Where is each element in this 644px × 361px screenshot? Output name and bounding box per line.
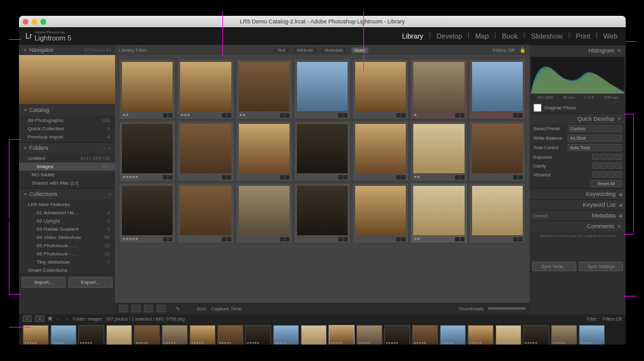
filter-none-tab[interactable]: None <box>351 47 368 53</box>
collection-row[interactable]: 04 Video Slideshow54 <box>19 233 115 242</box>
histogram-display[interactable] <box>531 57 624 94</box>
badge-icon[interactable] <box>163 175 167 180</box>
badge-icon[interactable] <box>401 237 406 242</box>
grid-cell[interactable] <box>469 121 526 181</box>
filter-metadata-tab[interactable]: Metadata <box>322 47 346 53</box>
loupe-view-button[interactable] <box>131 305 140 312</box>
sync-metadata-button[interactable]: Sync Meta… <box>532 262 576 271</box>
folder-row[interactable]: Images167 <box>19 162 115 171</box>
white-balance-select[interactable]: As Shot <box>568 135 622 142</box>
grid-cell[interactable] <box>469 59 526 119</box>
badge-icon[interactable] <box>338 175 343 180</box>
collection-row[interactable]: 01 Advanced He…4 <box>19 209 115 217</box>
module-web[interactable]: Web <box>602 31 619 41</box>
rating-stars[interactable]: ★★★★★ <box>122 236 138 242</box>
reset-all-button[interactable]: Reset All <box>590 180 622 187</box>
filmstrip-thumbnail[interactable]: ★★★★★ <box>162 325 188 345</box>
grid-cell[interactable] <box>469 183 526 243</box>
badge-icon[interactable] <box>396 175 401 180</box>
grid-cell[interactable] <box>177 183 234 243</box>
rating-stars[interactable]: ★★★★★ <box>122 174 138 180</box>
badge-icon[interactable] <box>285 175 289 180</box>
badge-icon[interactable] <box>396 237 401 242</box>
histogram-header[interactable]: Histogram ▼ <box>530 45 626 56</box>
filmstrip-thumbnail[interactable]: ★★★★★ <box>134 325 160 345</box>
folder-row[interactable]: Shared with Mac (Lr) <box>19 179 115 187</box>
exposure-inc-button[interactable] <box>607 154 614 160</box>
clarity-dec-button[interactable] <box>600 162 607 169</box>
navigator-header[interactable]: ▼ Navigator FIT FILL 1:1 3:1 <box>19 45 115 55</box>
grid-view-button[interactable] <box>119 305 128 312</box>
badge-icon[interactable] <box>338 113 343 118</box>
badge-icon[interactable] <box>513 175 518 180</box>
badge-icon[interactable] <box>168 175 173 180</box>
filmstrip-thumbnail[interactable]: ★★★★★ <box>23 325 49 345</box>
close-window-button[interactable] <box>23 19 28 25</box>
catalog-row[interactable]: All Photographs168 <box>19 116 115 125</box>
exposure-dec-button[interactable] <box>600 154 607 160</box>
collection-row[interactable]: 05 Photobook - …22 <box>19 242 115 250</box>
vibrance-dec2-button[interactable] <box>592 171 599 178</box>
collection-row[interactable]: 03 Radial Gradient3 <box>19 225 115 233</box>
badge-icon[interactable] <box>280 237 284 242</box>
badge-icon[interactable] <box>343 113 348 118</box>
grid-cell[interactable]: ★★★★★ <box>119 183 176 243</box>
grid-cell[interactable] <box>294 121 351 181</box>
collection-row[interactable]: Tiny slideshow7 <box>19 258 115 266</box>
module-library[interactable]: Library <box>400 31 425 41</box>
back-icon[interactable]: ← <box>56 317 61 321</box>
badge-icon[interactable] <box>163 113 167 118</box>
filmstrip-thumbnail[interactable]: ★★★★★ <box>579 325 605 345</box>
filter-lock-icon[interactable]: 🔒 <box>519 47 526 53</box>
badge-icon[interactable] <box>343 237 348 242</box>
grid-icon[interactable]: ▦ <box>48 316 52 321</box>
filmstrip-thumbnail[interactable]: ★★★★★ <box>190 325 216 345</box>
grid-cell[interactable] <box>352 121 409 181</box>
filmstrip-thumbnail[interactable]: ★★★★★ <box>329 325 355 345</box>
badge-icon[interactable] <box>227 175 231 180</box>
thumbnail-grid[interactable]: ★★ ★★★ ★★ <box>115 55 530 303</box>
filmstrip-thumbnail[interactable]: ★★★★★ <box>273 325 299 345</box>
filmstrip[interactable]: ★★★★★★★★★★★★★★★★★★★★★★★★★★★★★★★★★★★★★★★★… <box>19 323 626 345</box>
vibrance-inc-button[interactable] <box>607 171 614 178</box>
module-map[interactable]: Map <box>473 31 490 41</box>
grid-cell[interactable] <box>352 59 409 119</box>
badge-icon[interactable] <box>401 175 406 180</box>
metadata-preset[interactable]: Default <box>533 214 547 218</box>
grid-cell[interactable] <box>236 121 293 181</box>
navigator-preview[interactable] <box>19 55 115 104</box>
grid-cell[interactable]: ★★ <box>410 183 467 243</box>
navigator-modes[interactable]: FIT FILL 1:1 3:1 <box>85 48 111 52</box>
folder-row[interactable]: NO NAME <box>19 171 115 179</box>
badge-icon[interactable] <box>460 113 465 118</box>
painter-icon[interactable]: ✎ <box>176 306 180 312</box>
second-window-button[interactable]: 2 <box>35 315 44 322</box>
badge-icon[interactable] <box>518 237 523 242</box>
module-print[interactable]: Print <box>574 31 592 41</box>
clarity-inc-button[interactable] <box>607 162 614 169</box>
filmstrip-thumbnail[interactable]: ★★★★★ <box>412 325 438 345</box>
minimize-window-button[interactable] <box>32 19 37 25</box>
badge-icon[interactable] <box>396 113 401 118</box>
filter-attribute-tab[interactable]: Attribute <box>294 47 317 53</box>
collection-row[interactable]: 06 Photobook - …22 <box>19 250 115 258</box>
grid-cell[interactable]: ★★★★★ <box>119 121 176 181</box>
folders-header[interactable]: ▼ Folders — + <box>19 143 115 153</box>
rating-stars[interactable]: ★ <box>413 113 416 118</box>
badge-icon[interactable] <box>343 175 348 180</box>
export-button[interactable]: Export... <box>68 277 112 288</box>
sort-value[interactable]: Capture Time <box>211 306 241 312</box>
badge-icon[interactable] <box>222 175 226 180</box>
exposure-inc2-button[interactable] <box>615 154 622 160</box>
vibrance-inc2-button[interactable] <box>615 171 622 178</box>
filters-off-label[interactable]: Filters Off <box>492 47 514 53</box>
catalog-row[interactable]: Quick Collection4 <box>19 125 115 133</box>
saved-preset-select[interactable]: Custom <box>568 125 622 132</box>
forward-icon[interactable]: → <box>64 317 69 321</box>
badge-icon[interactable] <box>280 113 284 118</box>
grid-cell[interactable] <box>177 121 234 181</box>
badge-icon[interactable] <box>513 237 518 242</box>
keyword-list-header[interactable]: Keyword List◀ <box>530 199 626 210</box>
badge-icon[interactable] <box>227 113 231 118</box>
clarity-dec2-button[interactable] <box>592 162 599 169</box>
